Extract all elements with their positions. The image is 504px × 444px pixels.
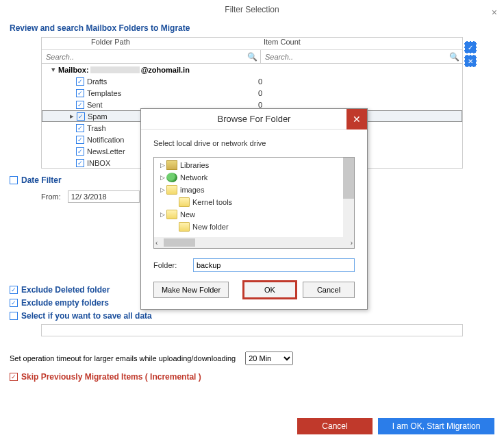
fld-icon [179, 197, 190, 207]
redacted-area [90, 66, 140, 73]
skip-row[interactable]: Skip Previously Migrated Items ( Increme… [10, 372, 494, 382]
folder-row[interactable]: Drafts0 [42, 75, 462, 87]
tree-node[interactable]: New folder [157, 221, 354, 233]
folder-checkbox[interactable] [76, 101, 84, 109]
expand-icon[interactable]: ▷ [158, 211, 166, 218]
folder-checkbox[interactable] [76, 159, 84, 167]
mailbox-root-row[interactable]: ▾ Mailbox: @zohomail.in [42, 64, 462, 75]
folder-count: 0 [258, 101, 262, 109]
timeout-select[interactable]: 20 Min [245, 352, 293, 365]
tree-node-label: New folder [192, 223, 229, 231]
from-date-input[interactable]: 12/ 3/2018 [68, 190, 140, 203]
mailbox-domain: @zohomail.in [141, 66, 190, 74]
save-path-input[interactable] [41, 324, 463, 336]
search-count-input[interactable] [264, 52, 449, 62]
folder-name: Sent [87, 101, 258, 109]
search-icon[interactable]: 🔍 [247, 52, 257, 62]
tree-horizontal-scrollbar[interactable]: ‹› [154, 237, 354, 248]
select-all-button[interactable]: ✓ [464, 41, 477, 53]
section-header: Review and search Mailbox Folders to Mig… [0, 19, 504, 37]
browse-folder-dialog: Browse For Folder ✕ Select local drive o… [140, 108, 368, 310]
folder-name: Drafts [87, 77, 258, 86]
window-title: Filter Selection [225, 5, 279, 14]
folder-name: Templates [87, 89, 258, 97]
lib-icon [166, 160, 177, 170]
folder-field-label: Folder: [153, 261, 193, 269]
tree-node[interactable]: ▷Libraries [157, 159, 354, 171]
folder-row[interactable]: Templates0 [42, 87, 462, 99]
fld-icon [179, 222, 190, 232]
timeout-label: Set operation timeout for larger emails … [10, 354, 236, 362]
from-label: From: [41, 193, 61, 201]
search-icon[interactable]: 🔍 [449, 52, 459, 62]
tree-node-label: Kernel tools [192, 198, 232, 206]
tree-node-label: Libraries [180, 161, 209, 169]
row-arrow-icon: ▸ [70, 112, 77, 121]
window-titlebar: Filter Selection × [0, 0, 504, 19]
folder-count: 0 [258, 77, 262, 86]
dialog-close-button[interactable]: ✕ [346, 109, 367, 130]
tree-node[interactable]: Kernel tools [157, 196, 354, 208]
checkbox[interactable] [10, 373, 18, 381]
col-header-count: Item Count [261, 38, 462, 49]
checkbox[interactable] [10, 312, 18, 320]
folder-checkbox[interactable] [76, 124, 84, 132]
dialog-title: Browse For Folder [218, 114, 291, 124]
tree-node-label: images [180, 186, 204, 194]
folder-tree[interactable]: ▷Libraries▷Network▷imagesKernel tools▷Ne… [153, 157, 355, 249]
checkbox[interactable] [10, 299, 18, 307]
tree-node-label: Network [180, 173, 207, 182]
window-close-icon[interactable]: × [492, 3, 497, 22]
col-header-path: Folder Path [42, 38, 261, 49]
checkbox[interactable] [10, 286, 18, 294]
opt-save-all[interactable]: Select if you want to save all data [10, 311, 494, 321]
folder-name-input[interactable] [193, 258, 355, 272]
tree-node[interactable]: ▷Network [157, 171, 354, 184]
expand-icon[interactable]: ▷ [158, 186, 166, 193]
make-new-folder-button[interactable]: Make New Folder [153, 282, 229, 298]
fld-icon [166, 185, 177, 195]
mailbox-label: Mailbox: [58, 66, 89, 74]
folder-checkbox[interactable] [76, 147, 84, 156]
folder-checkbox[interactable] [76, 136, 84, 144]
tree-node[interactable]: ▷New [157, 208, 354, 221]
folder-checkbox[interactable] [76, 89, 84, 97]
ok-button[interactable]: OK [244, 282, 296, 298]
tree-vertical-scrollbar[interactable] [343, 158, 354, 238]
tree-node[interactable]: ▷images [157, 184, 354, 196]
folder-checkbox[interactable] [76, 77, 84, 86]
search-path-input[interactable] [45, 52, 247, 62]
folder-count: 0 [258, 89, 262, 97]
deselect-all-button[interactable]: ✕ [464, 55, 477, 67]
expand-icon[interactable]: ▷ [158, 162, 166, 169]
dialog-instruction: Select local drive or network drive [153, 139, 355, 147]
folder-checkbox[interactable] [77, 112, 85, 121]
date-filter-label: Date Filter [21, 175, 62, 185]
fld-icon [166, 210, 177, 219]
cancel-button[interactable]: Cancel [297, 418, 373, 434]
tree-node-label: New [180, 210, 195, 219]
date-filter-checkbox[interactable] [10, 176, 18, 184]
dialog-cancel-button[interactable]: Cancel [303, 282, 355, 298]
start-migration-button[interactable]: I am OK, Start Migration [378, 418, 494, 434]
net-icon [166, 173, 177, 182]
expand-icon[interactable]: ▷ [158, 174, 166, 181]
